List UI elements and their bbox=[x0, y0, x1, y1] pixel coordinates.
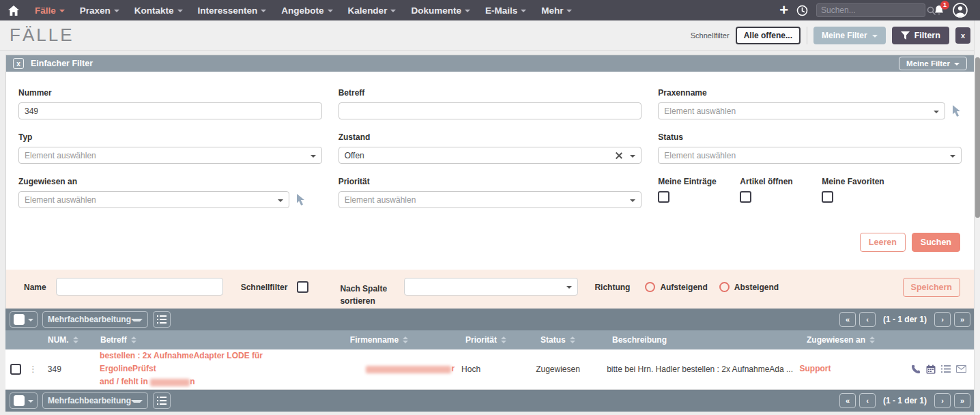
nav-item-praxen[interactable]: Praxen bbox=[72, 0, 127, 20]
column-header-num[interactable]: NUM. bbox=[40, 335, 98, 345]
home-icon[interactable] bbox=[0, 5, 27, 16]
chevron-down-icon bbox=[630, 155, 635, 158]
column-label: NUM. bbox=[48, 335, 69, 345]
status-label: Status bbox=[658, 132, 962, 142]
status-select[interactable]: Element auswählen bbox=[658, 147, 962, 164]
nav-item-kalender[interactable]: Kalender bbox=[341, 0, 404, 20]
close-filter-button[interactable]: x bbox=[955, 27, 970, 44]
artikel-oeffnen-label: Artikel öffnen bbox=[740, 177, 822, 186]
firmenname-suffix: r bbox=[451, 364, 455, 373]
nav-item-kontakte[interactable]: Kontakte bbox=[127, 0, 190, 20]
notifications-bell-icon[interactable]: 1 bbox=[934, 5, 945, 16]
schnellfilter-checkbox[interactable] bbox=[297, 281, 308, 293]
zugewiesen-an-select[interactable]: Element auswählen bbox=[18, 191, 289, 208]
quick-filter-button[interactable]: Alle offene... bbox=[736, 27, 801, 44]
filtern-button[interactable]: Filtern bbox=[892, 27, 949, 44]
nummer-label: Nummer bbox=[18, 88, 322, 98]
absteigend-radio[interactable] bbox=[719, 282, 730, 292]
page-info: (1 - 1 der 1) bbox=[883, 315, 927, 324]
meine-favoriten-label: Meine Favoriten bbox=[822, 177, 904, 186]
nav-item-interessenten[interactable]: Interessenten bbox=[190, 0, 274, 20]
column-header-beschreibung: Beschreibung bbox=[609, 335, 804, 345]
sort-column-select[interactable] bbox=[404, 278, 578, 296]
last-page-button[interactable]: » bbox=[954, 312, 970, 327]
filter-actions: Leeren Suchen bbox=[6, 208, 974, 261]
button-label: Meine Filter bbox=[906, 59, 950, 68]
bulk-action-select[interactable]: Mehrfachbearbeitung bbox=[42, 392, 148, 409]
user-avatar[interactable] bbox=[953, 3, 968, 18]
next-page-button[interactable]: › bbox=[934, 393, 951, 408]
betreff-link[interactable]: bestellen : 2x AufnahmeAdapter LODE für … bbox=[100, 349, 290, 389]
scrollbar-thumb[interactable] bbox=[975, 57, 980, 218]
row-menu-icon[interactable]: ⋮ bbox=[26, 364, 40, 374]
column-settings-icon[interactable] bbox=[153, 311, 171, 328]
aufsteigend-radio[interactable] bbox=[645, 282, 655, 292]
meine-eintraege-checkbox[interactable] bbox=[658, 191, 669, 203]
zustand-select[interactable]: Offen bbox=[338, 147, 642, 164]
column-header-betreff[interactable]: Betreff bbox=[98, 335, 296, 345]
add-icon[interactable]: + bbox=[779, 3, 788, 17]
column-settings-icon[interactable] bbox=[153, 392, 171, 409]
chevron-down-icon bbox=[311, 155, 316, 158]
next-page-button[interactable]: › bbox=[934, 312, 951, 327]
meine-favoriten-checkbox[interactable] bbox=[822, 191, 833, 203]
page-scrollbar[interactable] bbox=[974, 0, 980, 415]
funnel-icon bbox=[901, 31, 910, 40]
pagination-top: « ‹ (1 - 1 der 1) › » bbox=[839, 312, 970, 327]
pointer-pick-icon[interactable] bbox=[296, 194, 306, 205]
row-checkbox[interactable] bbox=[10, 364, 21, 375]
phone-icon[interactable] bbox=[911, 364, 921, 374]
nav-label: Mehr bbox=[541, 5, 563, 16]
artikel-oeffnen-checkbox[interactable] bbox=[740, 191, 751, 203]
praxenname-select[interactable]: Element auswählen bbox=[658, 102, 945, 119]
field-nummer: Nummer bbox=[18, 88, 322, 119]
first-page-button[interactable]: « bbox=[839, 312, 856, 327]
panel-meine-filter-button[interactable]: Meine Filter bbox=[899, 57, 967, 70]
column-header-firmenname[interactable]: Firmenname bbox=[296, 335, 463, 345]
nav-item-angebote[interactable]: Angebote bbox=[274, 0, 340, 20]
nav-item-mehr[interactable]: Mehr bbox=[534, 0, 579, 20]
field-betreff: Betreff bbox=[338, 88, 642, 119]
nav-item-faelle[interactable]: Fälle bbox=[27, 0, 72, 20]
suchen-button[interactable]: Suchen bbox=[912, 233, 960, 252]
table-row[interactable]: ⋮ 349 bestellen : 2x AufnahmeAdapter LOD… bbox=[5, 349, 975, 390]
select-all-split-button[interactable] bbox=[10, 392, 38, 409]
tasks-list-icon[interactable] bbox=[941, 364, 951, 374]
prioritaet-select[interactable]: Element auswählen bbox=[338, 191, 642, 208]
filter-fields-row-2: Typ Element auswählen Zustand Offen Stat… bbox=[6, 119, 974, 164]
nav-item-emails[interactable]: E-Mails bbox=[478, 0, 534, 20]
prev-page-button[interactable]: ‹ bbox=[859, 393, 876, 408]
column-header-status[interactable]: Status bbox=[538, 335, 609, 345]
sort-icon bbox=[501, 337, 506, 343]
email-icon[interactable] bbox=[956, 364, 966, 374]
pointer-pick-icon[interactable] bbox=[951, 105, 962, 117]
nav-item-dokumente[interactable]: Dokumente bbox=[403, 0, 478, 20]
column-header-zugewiesen-an[interactable]: Zugewiesen an bbox=[804, 335, 917, 345]
clear-icon[interactable] bbox=[615, 152, 623, 160]
zugewiesen-an-link[interactable]: Support bbox=[800, 364, 831, 373]
last-page-button[interactable]: » bbox=[954, 393, 970, 408]
filter-name-input[interactable] bbox=[56, 278, 223, 296]
speichern-button[interactable]: Speichern bbox=[903, 278, 960, 297]
select-all-checkbox[interactable] bbox=[14, 314, 25, 325]
prev-page-button[interactable]: ‹ bbox=[859, 312, 876, 327]
select-all-split-button[interactable] bbox=[10, 311, 38, 328]
meine-filter-button[interactable]: Meine Filter bbox=[813, 27, 886, 44]
search-input[interactable] bbox=[821, 5, 927, 15]
first-page-button[interactable]: « bbox=[839, 393, 856, 408]
cell-num: 349 bbox=[40, 364, 97, 374]
calendar-icon[interactable] bbox=[926, 364, 936, 374]
column-header-prioritaet[interactable]: Priorität bbox=[463, 335, 538, 345]
select-all-checkbox[interactable] bbox=[14, 395, 25, 406]
select-placeholder: Element auswählen bbox=[25, 195, 278, 205]
nummer-input[interactable] bbox=[18, 102, 322, 119]
typ-select[interactable]: Element auswählen bbox=[18, 147, 322, 164]
page-header: FÄLLE Schnellfilter Alle offene... Meine… bbox=[0, 20, 980, 51]
bulk-action-select[interactable]: Mehrfachbearbeitung bbox=[42, 311, 148, 328]
panel-close-button[interactable]: x bbox=[13, 58, 24, 69]
betreff-input[interactable] bbox=[338, 102, 642, 119]
history-icon[interactable] bbox=[796, 5, 808, 16]
chevron-down-icon bbox=[390, 10, 396, 12]
leeren-button[interactable]: Leeren bbox=[860, 233, 906, 252]
chevron-down-icon bbox=[566, 10, 572, 12]
